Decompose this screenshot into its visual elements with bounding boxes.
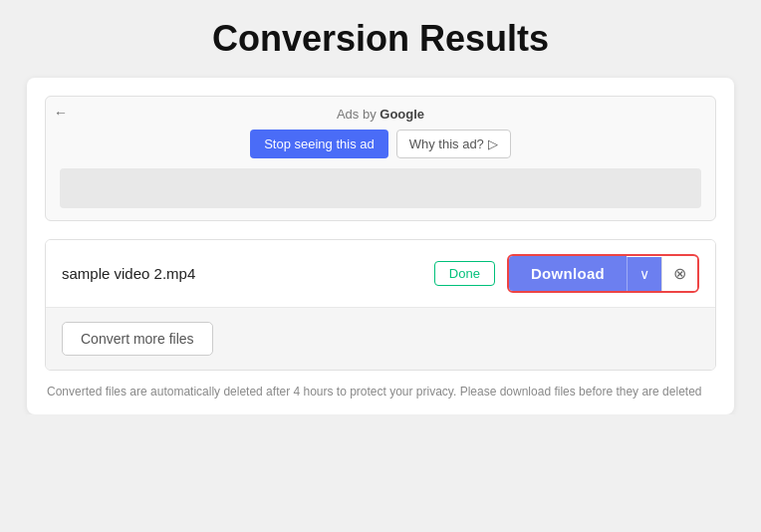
close-icon: ⊗ [673, 265, 686, 282]
file-section: sample video 2.mp4 Done Download ∨ ⊗ Con… [45, 239, 716, 371]
done-badge: Done [434, 261, 495, 286]
ads-by-text: Ads by [337, 107, 380, 122]
page-title: Conversion Results [212, 18, 549, 60]
ads-by-google-label: Ads by Google [60, 107, 701, 122]
back-arrow-icon[interactable]: ← [54, 105, 68, 121]
why-this-ad-label: Why this ad? [409, 136, 484, 151]
page-wrapper: Conversion Results ← Ads by Google Stop … [0, 0, 761, 532]
ad-placeholder [60, 168, 701, 208]
convert-more-row: Convert more files [46, 307, 715, 370]
why-this-ad-button[interactable]: Why this ad? ▷ [396, 130, 511, 158]
main-card: ← Ads by Google Stop seeing this ad Why … [27, 78, 734, 414]
stop-seeing-button[interactable]: Stop seeing this ad [250, 130, 388, 158]
google-text: Google [380, 107, 424, 122]
why-this-ad-icon: ▷ [488, 136, 498, 151]
file-row: sample video 2.mp4 Done Download ∨ ⊗ [46, 240, 715, 307]
ads-section: ← Ads by Google Stop seeing this ad Why … [45, 96, 716, 221]
download-chevron-button[interactable]: ∨ [627, 257, 661, 291]
privacy-note: Converted files are automatically delete… [45, 383, 716, 400]
download-group: Download ∨ ⊗ [507, 254, 699, 293]
bottom-section [27, 414, 734, 424]
convert-more-button[interactable]: Convert more files [62, 322, 213, 356]
download-button[interactable]: Download [509, 256, 627, 291]
file-name: sample video 2.mp4 [62, 265, 422, 282]
chevron-down-icon: ∨ [639, 266, 649, 282]
ads-buttons-row: Stop seeing this ad Why this ad? ▷ [60, 130, 701, 158]
download-close-button[interactable]: ⊗ [661, 257, 697, 291]
